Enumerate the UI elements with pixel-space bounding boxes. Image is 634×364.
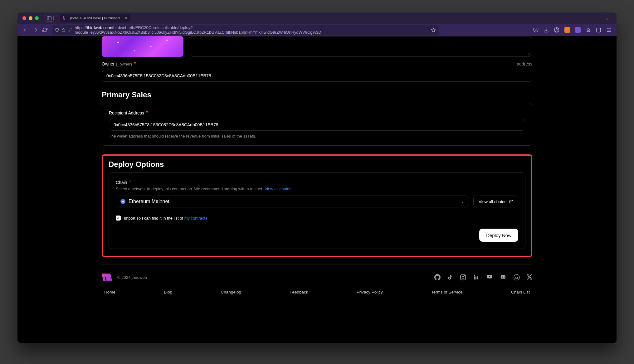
thirdweb-logo-icon[interactable] [102,274,112,281]
owner-field-group: Owner (_owner) * address [102,61,532,82]
recipient-helper: The wallet address that should receive t… [109,134,525,138]
svg-rect-7 [597,28,601,32]
required-asterisk: * [129,180,131,185]
url-text: https://thirdweb.com/thirdweb.eth/ERC20C… [75,25,426,35]
footer-link-feedback[interactable]: Feedback [290,290,308,294]
svg-point-13 [464,275,465,276]
back-button[interactable] [22,27,28,33]
maximize-window-button[interactable] [35,16,39,20]
social-links [434,274,532,280]
window-controls [22,16,39,20]
svg-rect-2 [62,30,65,32]
footer: © 2024 thirdweb Home Blog [102,265,532,301]
deploy-options-highlight: Deploy Options Chain * Select a network … [102,154,532,257]
selected-chain-label: Ethereum Mainnet [129,199,169,204]
primary-sales-section: Primary Sales Recipient Address * The wa… [102,90,532,146]
phantom-extension-icon[interactable] [575,27,581,33]
chain-label: Chain [116,180,127,185]
footer-link-blog[interactable]: Blog [164,290,172,294]
svg-point-3 [71,29,71,29]
reddit-icon[interactable] [514,274,520,280]
reload-button[interactable] [42,27,47,32]
svg-point-15 [515,277,516,278]
footer-link-row: Home Blog Changelog Feedback Privacy Pol… [102,290,532,294]
required-asterisk: * [146,110,148,115]
github-icon[interactable] [434,274,441,280]
footer-link-privacy[interactable]: Privacy Policy [357,290,383,294]
external-link-icon [509,200,513,204]
footer-link-terms[interactable]: Terms of Service [431,290,463,294]
instagram-icon[interactable] [460,274,466,280]
account-icon[interactable] [554,27,559,33]
contract-image-preview[interactable] [102,36,183,57]
owner-type-hint: address [517,61,532,66]
tab-title: [Beta] ERC20 Base | Published [70,16,120,20]
lock-icon [61,28,66,32]
resize-handle-icon[interactable] [527,51,531,55]
description-textarea[interactable] [190,36,532,57]
browser-window: [Beta] ERC20 Base | Published ✕ + ⌄ http… [17,12,617,343]
deploy-options-title: Deploy Options [109,160,525,169]
view-all-chains-link[interactable]: View all chains [265,187,291,191]
owner-hint: (_owner) [116,62,132,66]
svg-point-12 [462,276,464,279]
footer-link-changelog[interactable]: Changelog [221,290,241,294]
view-all-chains-button[interactable]: View all chains [473,196,518,207]
navbar: https://thirdweb.com/thirdweb.eth/ERC20C… [17,24,617,36]
linkedin-icon[interactable] [473,274,479,280]
owner-label: Owner [102,61,115,66]
import-checkbox[interactable]: ✓ [116,216,121,221]
new-tab-button[interactable]: + [135,15,138,21]
url-bar[interactable]: https://thirdweb.com/thirdweb.eth/ERC20C… [52,25,439,35]
thirdweb-favicon-icon [63,16,67,20]
chain-select[interactable]: ◆ Ethereum Mainnet ⌄ [116,196,469,207]
bookmark-star-icon[interactable] [431,27,436,32]
x-twitter-icon[interactable] [527,274,532,280]
copyright-text: © 2024 thirdweb [117,275,147,280]
minimize-window-button[interactable] [29,16,32,20]
deploy-now-button[interactable]: Deploy Now [479,229,518,242]
recipient-label: Recipient Address [109,110,144,115]
discord-icon[interactable] [500,274,507,280]
pocket-icon[interactable] [533,27,539,33]
chevron-down-icon: ⌄ [461,199,464,204]
import-checkbox-row: ✓ Import so I can find it in the list of… [116,216,518,221]
footer-link-chainlist[interactable]: Chain List [511,290,530,294]
chain-description: Select a network to deploy this contract… [116,187,518,191]
page-content: Owner (_owner) * address Primary Sales R… [17,36,617,343]
downloads-icon[interactable] [544,27,549,33]
app-icon[interactable] [596,27,601,33]
youtube-icon[interactable] [486,274,493,280]
ethereum-icon: ◆ [120,199,125,204]
hamburger-menu-icon[interactable] [606,27,612,33]
close-window-button[interactable] [22,16,26,20]
recipient-address-input[interactable] [109,119,525,131]
shield-icon [55,28,59,32]
titlebar: [Beta] ERC20 Base | Published ✕ + ⌄ [17,12,617,24]
sidebar-toggle-button[interactable] [45,15,54,22]
permissions-icon [68,28,72,32]
tiktok-icon[interactable] [447,274,453,280]
footer-link-home[interactable]: Home [104,290,115,294]
forward-button[interactable] [32,27,38,33]
close-tab-button[interactable]: ✕ [124,16,127,20]
required-asterisk: * [134,61,136,66]
browser-tab[interactable]: [Beta] ERC20 Base | Published ✕ [60,14,130,22]
owner-input[interactable] [102,70,532,82]
metamask-extension-icon[interactable] [564,27,570,33]
svg-point-14 [514,274,519,280]
import-label: Import so I can find it in the list of m… [124,216,207,221]
extensions-icon[interactable] [586,27,591,33]
svg-rect-0 [47,17,51,20]
svg-point-16 [517,277,518,278]
tabs-dropdown-button[interactable]: ⌄ [605,16,609,21]
my-contracts-link[interactable]: my contracts [184,216,207,221]
svg-point-6 [556,29,558,30]
metadata-row [102,36,532,61]
primary-sales-title: Primary Sales [102,90,532,99]
